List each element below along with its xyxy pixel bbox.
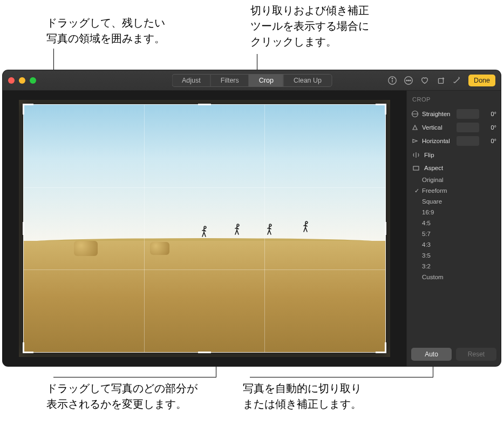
photo[interactable] [23,104,386,353]
horizontal-row[interactable]: Horizontal 0° [411,135,496,147]
aspect-4-3[interactable]: 4:3 [422,240,496,249]
app-window: Adjust Filters Crop Clean Up Done [3,70,501,366]
aspect-5-7[interactable]: 5:7 [422,230,496,238]
rotate-icon[interactable] [436,76,446,85]
tab-filters[interactable]: Filters [210,74,249,87]
toolbar-right: Done [387,75,495,86]
favorite-icon[interactable] [420,76,430,85]
aspect-3-2[interactable]: 3:2 [422,262,496,271]
content-area: CROP Straighten 0° Vertical 0° Horizonta… [3,91,501,366]
svg-point-6 [410,80,411,81]
straighten-value: 0° [482,111,496,117]
callout-line [250,377,433,377]
callout-bottom-left: ドラッグして写真のどの部分が 表示されるかを変更します。 [46,381,197,412]
aspect-3-5[interactable]: 3:5 [422,251,496,260]
callout-bottom-right: 写真を自動的に切り取り または傾き補正します。 [243,381,362,412]
photo-canvas[interactable] [3,91,406,366]
enhance-icon[interactable] [452,76,462,85]
auto-button[interactable]: Auto [411,348,452,361]
aspect-icon [412,164,420,172]
vertical-label: Vertical [422,124,453,131]
reset-button[interactable]: Reset [456,348,496,361]
aspect-4-5[interactable]: 4:5 [422,219,496,227]
aspect-original[interactable]: Original [422,176,496,184]
zoom-window[interactable] [30,77,36,84]
flip-icon [412,151,420,159]
aspect-16-9[interactable]: 16:9 [422,208,496,217]
aspect-square[interactable]: Square [422,197,496,206]
straighten-label: Straighten [422,111,453,117]
aspect-freeform[interactable]: Freeform [422,186,496,195]
info-icon[interactable] [387,76,397,85]
aspect-label: Aspect [424,165,443,171]
crop-frame[interactable] [23,104,386,353]
horizontal-icon [411,137,419,145]
aspect-row[interactable]: Aspect [411,161,496,174]
panel-footer: Auto Reset [411,342,496,361]
more-icon[interactable] [404,76,413,85]
panel-title: CROP [411,96,496,103]
minimize-window[interactable] [19,77,25,84]
straighten-row[interactable]: Straighten 0° [411,108,496,120]
horizontal-value: 0° [482,138,496,144]
window-controls [8,77,36,84]
aspect-custom[interactable]: Custom [422,273,496,281]
aspect-list: Original Freeform Square 16:9 4:5 5:7 4:… [411,176,496,281]
callout-top-right: 切り取りおよび傾き補正 ツールを表示する場合に クリックします。 [250,3,369,50]
horizontal-label: Horizontal [422,138,453,144]
edit-tabs: Adjust Filters Crop Clean Up [172,74,332,87]
svg-point-4 [406,80,407,81]
svg-point-5 [408,80,409,81]
callout-line [433,365,433,377]
done-button[interactable]: Done [468,75,495,86]
tab-crop[interactable]: Crop [249,74,283,87]
flip-row[interactable]: Flip [411,149,496,161]
straighten-slider[interactable] [457,109,479,119]
callout-line [53,377,216,377]
svg-point-2 [392,78,392,78]
vertical-value: 0° [482,124,496,131]
vertical-row[interactable]: Vertical 0° [411,122,496,133]
callout-top-left: ドラッグして、残したい 写真の領域を囲みます。 [46,15,165,46]
tab-cleanup[interactable]: Clean Up [283,74,332,87]
close-window[interactable] [8,77,15,84]
svg-rect-10 [413,166,419,170]
flip-label: Flip [424,152,434,158]
tab-adjust[interactable]: Adjust [172,74,210,87]
straighten-icon [411,110,419,118]
vertical-slider[interactable] [457,123,479,132]
vertical-icon [411,124,419,131]
horizontal-slider[interactable] [457,136,479,146]
titlebar: Adjust Filters Crop Clean Up Done [3,70,501,91]
crop-panel: CROP Straighten 0° Vertical 0° Horizonta… [406,91,501,366]
